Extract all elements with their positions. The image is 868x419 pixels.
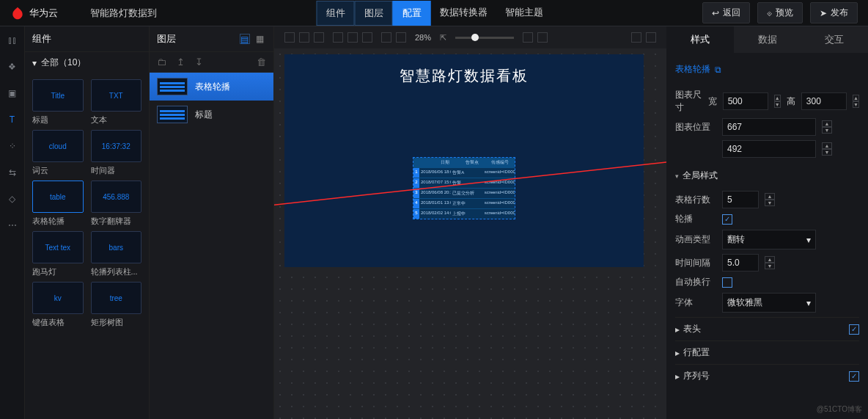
align-center-icon[interactable] bbox=[299, 32, 309, 43]
rows-stepper[interactable]: ▲▼ bbox=[765, 193, 775, 206]
y-stepper[interactable]: ▲▼ bbox=[822, 142, 832, 156]
move-up-icon[interactable]: ↥ bbox=[177, 57, 185, 68]
align-right-icon[interactable] bbox=[314, 32, 324, 43]
canvas[interactable]: 智慧路灯数据看板 日期告警点传感编号 12018/06/06 18:08:08告… bbox=[274, 48, 666, 419]
thead-checkbox[interactable]: ✓ bbox=[849, 324, 859, 335]
component-panel: 组件 ▾全部（10） Title标题TXT文本cloud词云16:37:32时间… bbox=[25, 26, 150, 419]
height-stepper[interactable]: ▲▼ bbox=[853, 95, 859, 108]
seg-config[interactable]: 配置 bbox=[393, 1, 431, 26]
rail-text-icon[interactable]: T bbox=[6, 113, 19, 126]
height-a-icon[interactable] bbox=[523, 32, 533, 43]
chevron-right-icon: ▸ bbox=[675, 371, 680, 382]
component-item[interactable]: 456.888数字翻牌器 bbox=[91, 181, 142, 227]
component-thumb: Title bbox=[32, 79, 84, 112]
table-carousel-widget[interactable]: 日期告警点传感编号 12018/06/06 18:08:08告警Ascreeni… bbox=[413, 157, 515, 219]
anim-select[interactable]: 翻转▾ bbox=[722, 230, 816, 249]
tab-interaction[interactable]: 交互 bbox=[801, 26, 868, 53]
preview-button[interactable]: ⟐预览 bbox=[757, 2, 803, 23]
component-thumb: tree bbox=[91, 282, 142, 314]
align-top-icon[interactable] bbox=[333, 32, 343, 43]
component-item[interactable]: Text tex跑马灯 bbox=[32, 231, 84, 277]
section-seq[interactable]: ▸序列号✓ bbox=[675, 364, 859, 387]
fullscreen-icon[interactable] bbox=[646, 32, 656, 43]
component-item[interactable]: Title标题 bbox=[32, 79, 84, 125]
component-item[interactable]: 16:37:32时间器 bbox=[91, 130, 142, 176]
dashboard-screen[interactable]: 智慧路灯数据看板 日期告警点传感编号 12018/06/06 18:08:08告… bbox=[284, 54, 644, 267]
layer-panel: 图层 ▤ ▦ 🗀 ↥ ↧ 🗑 表格轮播标题 bbox=[150, 26, 274, 419]
top-bar: 华为云 智能路灯数据到 组件 图层 配置 数据转换器 智能主题 ↩返回 ⟐预览 … bbox=[0, 0, 868, 26]
align-left-icon[interactable] bbox=[284, 32, 295, 43]
seg-layer[interactable]: 图层 bbox=[355, 1, 393, 26]
component-item[interactable]: TXT文本 bbox=[91, 79, 142, 125]
properties-panel: 样式 数据 交互 表格轮播⧉ 图表尺寸 宽 ▲▼ 高 ▲▼ 图表位置 ▲▼ bbox=[666, 26, 868, 419]
width-input[interactable] bbox=[723, 92, 768, 110]
rail-link-icon[interactable]: ⇆ bbox=[6, 166, 19, 179]
tab-data[interactable]: 数据 bbox=[734, 26, 801, 53]
component-label: 时间器 bbox=[91, 165, 142, 176]
component-item[interactable]: cloud词云 bbox=[32, 130, 84, 176]
dashboard-title: 智慧路灯数据看板 bbox=[284, 54, 644, 98]
component-all[interactable]: ▾全部（10） bbox=[25, 52, 149, 73]
component-thumb: TXT bbox=[91, 79, 142, 112]
fit-icon[interactable] bbox=[631, 32, 641, 43]
rail-more-icon[interactable]: ⋯ bbox=[6, 219, 19, 232]
project-title[interactable]: 智能路灯数据到 bbox=[90, 7, 157, 20]
x-input[interactable] bbox=[722, 118, 816, 136]
rail-globe-icon[interactable]: ❖ bbox=[6, 60, 19, 73]
component-label: 跑马灯 bbox=[32, 266, 84, 277]
align-bottom-icon[interactable] bbox=[362, 32, 372, 43]
align-middle-icon[interactable] bbox=[347, 32, 358, 43]
y-input[interactable] bbox=[722, 140, 816, 158]
folder-icon[interactable]: 🗀 bbox=[157, 57, 166, 68]
left-rail: ⫿⫿ ❖ ▣ T ⁘ ⇆ ◇ ⋯ bbox=[0, 26, 25, 419]
component-thumb: 456.888 bbox=[91, 181, 142, 213]
height-input[interactable] bbox=[801, 92, 847, 110]
move-down-icon[interactable]: ↧ bbox=[195, 57, 203, 68]
component-label: 表格轮播 bbox=[32, 216, 84, 227]
wrap-checkbox[interactable]: ✓ bbox=[722, 277, 732, 288]
tab-theme[interactable]: 智能主题 bbox=[496, 1, 552, 26]
layer-view-list-icon[interactable]: ▤ bbox=[240, 34, 250, 44]
width-stepper[interactable]: ▲▼ bbox=[774, 95, 781, 108]
component-item[interactable]: bars轮播列表柱... bbox=[91, 231, 142, 277]
rail-chart-icon[interactable]: ⫿⫿ bbox=[6, 34, 19, 47]
dist-h-icon[interactable] bbox=[381, 32, 391, 43]
tab-converter[interactable]: 数据转换器 bbox=[431, 1, 496, 26]
component-item[interactable]: kv键值表格 bbox=[32, 282, 84, 328]
layer-item[interactable]: 标题 bbox=[150, 101, 273, 128]
component-item[interactable]: table表格轮播 bbox=[32, 181, 84, 227]
interval-input[interactable] bbox=[722, 254, 759, 272]
rail-shape-icon[interactable]: ◇ bbox=[6, 192, 19, 205]
layer-item[interactable]: 表格轮播 bbox=[150, 73, 273, 101]
rows-input[interactable] bbox=[722, 191, 759, 208]
font-select[interactable]: 微软雅黑▾ bbox=[722, 293, 816, 313]
trash-icon[interactable]: 🗑 bbox=[257, 57, 266, 68]
seq-checkbox[interactable]: ✓ bbox=[849, 371, 859, 382]
x-stepper[interactable]: ▲▼ bbox=[822, 120, 832, 134]
tab-style[interactable]: 样式 bbox=[666, 26, 734, 53]
carousel-checkbox[interactable]: ✓ bbox=[722, 214, 732, 225]
section-row[interactable]: ▸行配置 bbox=[675, 340, 859, 364]
mode-segments: 组件 图层 配置 数据转换器 智能主题 bbox=[317, 1, 552, 26]
component-thumb: cloud bbox=[32, 130, 84, 162]
table-row: 52018/02/02 14:03:02上报中screenid=ID000002 bbox=[413, 208, 515, 219]
rail-scatter-icon[interactable]: ⁘ bbox=[6, 139, 19, 153]
section-global[interactable]: ▾全局样式 bbox=[675, 165, 859, 186]
dist-v-icon[interactable] bbox=[396, 32, 406, 43]
huawei-icon bbox=[10, 6, 25, 21]
back-button[interactable]: ↩返回 bbox=[702, 2, 750, 23]
component-item[interactable]: tree矩形树图 bbox=[91, 282, 142, 328]
interval-stepper[interactable]: ▲▼ bbox=[765, 256, 775, 269]
zoom-slider[interactable] bbox=[455, 37, 514, 39]
chevron-down-icon: ▾ bbox=[32, 58, 37, 68]
component-label: 键值表格 bbox=[32, 317, 84, 328]
copy-icon[interactable]: ⧉ bbox=[715, 65, 721, 75]
publish-button[interactable]: ➤发布 bbox=[810, 2, 858, 23]
rail-play-icon[interactable]: ▣ bbox=[6, 87, 19, 100]
section-thead[interactable]: ▸表头✓ bbox=[675, 317, 859, 340]
zoom-lock-icon[interactable]: ⇱ bbox=[440, 33, 446, 43]
chevron-right-icon: ▸ bbox=[675, 348, 680, 358]
layer-view-thumb-icon[interactable]: ▦ bbox=[256, 34, 266, 44]
height-b-icon[interactable] bbox=[537, 32, 548, 43]
seg-component[interactable]: 组件 bbox=[317, 1, 355, 26]
